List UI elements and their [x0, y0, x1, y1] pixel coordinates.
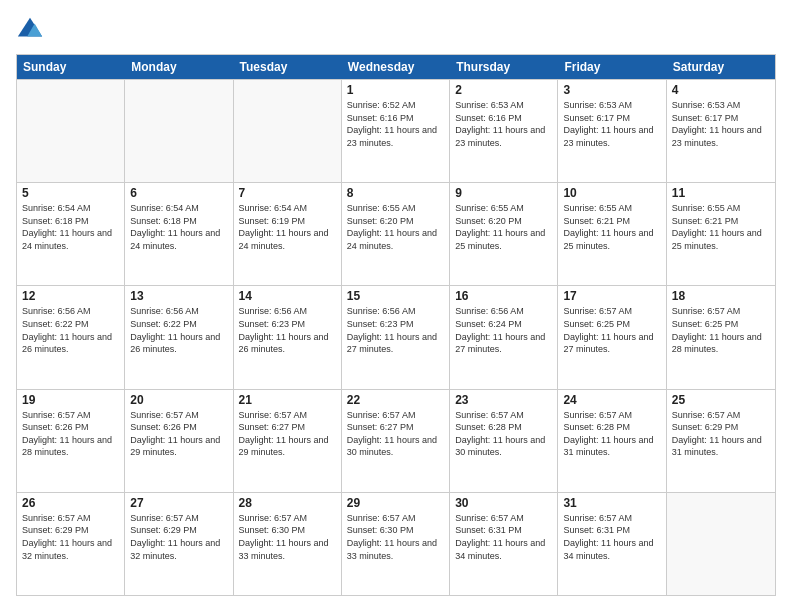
cell-date: 29 — [347, 496, 444, 510]
cell-info: Sunrise: 6:54 AM Sunset: 6:18 PM Dayligh… — [22, 202, 119, 252]
cell-date: 14 — [239, 289, 336, 303]
cell-info: Sunrise: 6:53 AM Sunset: 6:17 PM Dayligh… — [563, 99, 660, 149]
cell-info: Sunrise: 6:56 AM Sunset: 6:22 PM Dayligh… — [22, 305, 119, 355]
day-header-wednesday: Wednesday — [342, 55, 450, 79]
calendar-cell: 23Sunrise: 6:57 AM Sunset: 6:28 PM Dayli… — [450, 390, 558, 492]
cell-date: 13 — [130, 289, 227, 303]
cell-date: 10 — [563, 186, 660, 200]
day-header-thursday: Thursday — [450, 55, 558, 79]
calendar-cell — [667, 493, 775, 595]
cell-info: Sunrise: 6:53 AM Sunset: 6:16 PM Dayligh… — [455, 99, 552, 149]
cell-date: 18 — [672, 289, 770, 303]
day-header-tuesday: Tuesday — [234, 55, 342, 79]
cell-info: Sunrise: 6:56 AM Sunset: 6:23 PM Dayligh… — [347, 305, 444, 355]
cell-info: Sunrise: 6:57 AM Sunset: 6:27 PM Dayligh… — [347, 409, 444, 459]
cell-date: 6 — [130, 186, 227, 200]
header — [16, 16, 776, 44]
cell-date: 8 — [347, 186, 444, 200]
cell-date: 31 — [563, 496, 660, 510]
cell-date: 15 — [347, 289, 444, 303]
calendar-cell: 11Sunrise: 6:55 AM Sunset: 6:21 PM Dayli… — [667, 183, 775, 285]
calendar-cell: 10Sunrise: 6:55 AM Sunset: 6:21 PM Dayli… — [558, 183, 666, 285]
calendar: SundayMondayTuesdayWednesdayThursdayFrid… — [16, 54, 776, 596]
cell-date: 11 — [672, 186, 770, 200]
calendar-cell: 26Sunrise: 6:57 AM Sunset: 6:29 PM Dayli… — [17, 493, 125, 595]
cell-info: Sunrise: 6:54 AM Sunset: 6:19 PM Dayligh… — [239, 202, 336, 252]
page: SundayMondayTuesdayWednesdayThursdayFrid… — [0, 0, 792, 612]
calendar-cell: 29Sunrise: 6:57 AM Sunset: 6:30 PM Dayli… — [342, 493, 450, 595]
cell-info: Sunrise: 6:55 AM Sunset: 6:21 PM Dayligh… — [563, 202, 660, 252]
calendar-cell: 17Sunrise: 6:57 AM Sunset: 6:25 PM Dayli… — [558, 286, 666, 388]
cell-info: Sunrise: 6:57 AM Sunset: 6:26 PM Dayligh… — [22, 409, 119, 459]
calendar-cell: 14Sunrise: 6:56 AM Sunset: 6:23 PM Dayli… — [234, 286, 342, 388]
cell-date: 28 — [239, 496, 336, 510]
cell-info: Sunrise: 6:55 AM Sunset: 6:21 PM Dayligh… — [672, 202, 770, 252]
logo-icon — [16, 16, 44, 44]
cell-date: 3 — [563, 83, 660, 97]
calendar-cell: 13Sunrise: 6:56 AM Sunset: 6:22 PM Dayli… — [125, 286, 233, 388]
calendar-row: 1Sunrise: 6:52 AM Sunset: 6:16 PM Daylig… — [17, 79, 775, 182]
cell-date: 27 — [130, 496, 227, 510]
calendar-row: 26Sunrise: 6:57 AM Sunset: 6:29 PM Dayli… — [17, 492, 775, 595]
calendar-cell: 7Sunrise: 6:54 AM Sunset: 6:19 PM Daylig… — [234, 183, 342, 285]
calendar-cell: 8Sunrise: 6:55 AM Sunset: 6:20 PM Daylig… — [342, 183, 450, 285]
logo — [16, 16, 48, 44]
calendar-cell: 15Sunrise: 6:56 AM Sunset: 6:23 PM Dayli… — [342, 286, 450, 388]
calendar-row: 19Sunrise: 6:57 AM Sunset: 6:26 PM Dayli… — [17, 389, 775, 492]
cell-date: 25 — [672, 393, 770, 407]
cell-info: Sunrise: 6:57 AM Sunset: 6:26 PM Dayligh… — [130, 409, 227, 459]
cell-info: Sunrise: 6:56 AM Sunset: 6:22 PM Dayligh… — [130, 305, 227, 355]
calendar-cell: 31Sunrise: 6:57 AM Sunset: 6:31 PM Dayli… — [558, 493, 666, 595]
calendar-cell: 25Sunrise: 6:57 AM Sunset: 6:29 PM Dayli… — [667, 390, 775, 492]
cell-date: 19 — [22, 393, 119, 407]
calendar-row: 5Sunrise: 6:54 AM Sunset: 6:18 PM Daylig… — [17, 182, 775, 285]
cell-info: Sunrise: 6:56 AM Sunset: 6:23 PM Dayligh… — [239, 305, 336, 355]
cell-info: Sunrise: 6:57 AM Sunset: 6:30 PM Dayligh… — [347, 512, 444, 562]
calendar-cell: 9Sunrise: 6:55 AM Sunset: 6:20 PM Daylig… — [450, 183, 558, 285]
cell-info: Sunrise: 6:53 AM Sunset: 6:17 PM Dayligh… — [672, 99, 770, 149]
calendar-row: 12Sunrise: 6:56 AM Sunset: 6:22 PM Dayli… — [17, 285, 775, 388]
calendar-cell — [125, 80, 233, 182]
cell-info: Sunrise: 6:57 AM Sunset: 6:25 PM Dayligh… — [563, 305, 660, 355]
calendar-cell: 5Sunrise: 6:54 AM Sunset: 6:18 PM Daylig… — [17, 183, 125, 285]
day-header-friday: Friday — [558, 55, 666, 79]
cell-info: Sunrise: 6:54 AM Sunset: 6:18 PM Dayligh… — [130, 202, 227, 252]
cell-info: Sunrise: 6:52 AM Sunset: 6:16 PM Dayligh… — [347, 99, 444, 149]
cell-date: 26 — [22, 496, 119, 510]
cell-info: Sunrise: 6:57 AM Sunset: 6:25 PM Dayligh… — [672, 305, 770, 355]
cell-date: 24 — [563, 393, 660, 407]
calendar-cell: 3Sunrise: 6:53 AM Sunset: 6:17 PM Daylig… — [558, 80, 666, 182]
cell-info: Sunrise: 6:55 AM Sunset: 6:20 PM Dayligh… — [347, 202, 444, 252]
calendar-cell: 21Sunrise: 6:57 AM Sunset: 6:27 PM Dayli… — [234, 390, 342, 492]
calendar-cell: 4Sunrise: 6:53 AM Sunset: 6:17 PM Daylig… — [667, 80, 775, 182]
cell-info: Sunrise: 6:57 AM Sunset: 6:30 PM Dayligh… — [239, 512, 336, 562]
calendar-cell — [234, 80, 342, 182]
calendar-cell: 30Sunrise: 6:57 AM Sunset: 6:31 PM Dayli… — [450, 493, 558, 595]
cell-date: 16 — [455, 289, 552, 303]
cell-date: 30 — [455, 496, 552, 510]
cell-info: Sunrise: 6:57 AM Sunset: 6:27 PM Dayligh… — [239, 409, 336, 459]
day-header-saturday: Saturday — [667, 55, 775, 79]
calendar-cell: 18Sunrise: 6:57 AM Sunset: 6:25 PM Dayli… — [667, 286, 775, 388]
calendar-cell: 19Sunrise: 6:57 AM Sunset: 6:26 PM Dayli… — [17, 390, 125, 492]
cell-date: 21 — [239, 393, 336, 407]
cell-date: 5 — [22, 186, 119, 200]
day-header-monday: Monday — [125, 55, 233, 79]
calendar-cell: 24Sunrise: 6:57 AM Sunset: 6:28 PM Dayli… — [558, 390, 666, 492]
calendar-grid: 1Sunrise: 6:52 AM Sunset: 6:16 PM Daylig… — [17, 79, 775, 595]
cell-date: 9 — [455, 186, 552, 200]
cell-date: 23 — [455, 393, 552, 407]
calendar-cell — [17, 80, 125, 182]
cell-date: 17 — [563, 289, 660, 303]
calendar-cell: 2Sunrise: 6:53 AM Sunset: 6:16 PM Daylig… — [450, 80, 558, 182]
cell-date: 22 — [347, 393, 444, 407]
cell-info: Sunrise: 6:57 AM Sunset: 6:29 PM Dayligh… — [672, 409, 770, 459]
cell-date: 1 — [347, 83, 444, 97]
cell-info: Sunrise: 6:57 AM Sunset: 6:31 PM Dayligh… — [455, 512, 552, 562]
cell-info: Sunrise: 6:57 AM Sunset: 6:28 PM Dayligh… — [455, 409, 552, 459]
calendar-cell: 6Sunrise: 6:54 AM Sunset: 6:18 PM Daylig… — [125, 183, 233, 285]
cell-date: 2 — [455, 83, 552, 97]
cell-info: Sunrise: 6:56 AM Sunset: 6:24 PM Dayligh… — [455, 305, 552, 355]
cell-info: Sunrise: 6:55 AM Sunset: 6:20 PM Dayligh… — [455, 202, 552, 252]
calendar-cell: 22Sunrise: 6:57 AM Sunset: 6:27 PM Dayli… — [342, 390, 450, 492]
